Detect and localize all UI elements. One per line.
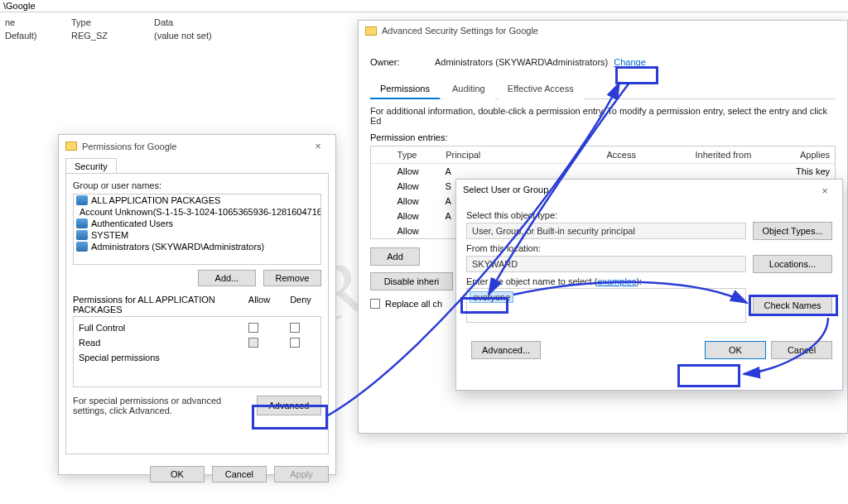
deny-header: Deny — [280, 295, 321, 314]
entries-label: Permission entries: — [370, 132, 836, 142]
info-text: For additional information, double-click… — [370, 106, 836, 126]
col-type: Type — [393, 146, 441, 163]
table-row[interactable]: AllowAThis key — [371, 164, 835, 179]
disable-inheritance-button[interactable]: Disable inheri — [370, 272, 453, 290]
add-entry-button[interactable]: Add — [370, 247, 420, 266]
deny-checkbox[interactable] — [290, 323, 300, 333]
group-user-label: Group or user names: — [73, 180, 321, 190]
add-button[interactable]: Add... — [198, 270, 256, 286]
registry-header: ne Type Data — [0, 16, 356, 29]
list-item-label: SYSTEM — [91, 230, 128, 240]
permissions-for-label: Permissions for ALL APPLICATION PACKAGES — [73, 295, 238, 314]
close-icon[interactable]: × — [814, 185, 836, 197]
sel-ok-button[interactable]: OK — [705, 341, 766, 359]
deny-checkbox — [290, 353, 300, 362]
group-icon — [76, 230, 88, 240]
allow-checkbox[interactable] — [248, 323, 258, 333]
permissions-dialog: Permissions for Google × Security Group … — [58, 134, 336, 475]
perm-name: Full Control — [79, 323, 233, 333]
sel-cancel-button[interactable]: Cancel — [771, 341, 832, 359]
registry-value-name: Default) — [0, 29, 66, 42]
permissions-grid: Full Control Read Special permissions — [73, 316, 321, 387]
replace-label: Replace all ch — [385, 299, 442, 309]
folder-icon — [365, 26, 377, 36]
entered-object-name: everyone — [470, 291, 513, 303]
list-item[interactable]: Authenticated Users — [74, 218, 320, 229]
allow-checkbox — [248, 353, 258, 362]
permissions-dialog-title: Permissions for Google — [82, 142, 307, 151]
registry-path: \Google — [0, 0, 848, 12]
allow-checkbox[interactable] — [248, 338, 258, 348]
tab-effective-access[interactable]: Effective Access — [498, 79, 584, 99]
sel-advanced-button[interactable]: Advanced... — [471, 341, 541, 359]
owner-label: Owner: — [370, 57, 435, 67]
change-owner-link[interactable]: Change — [611, 57, 648, 67]
col-applies: Applies — [795, 146, 835, 163]
replace-checkbox[interactable] — [370, 299, 380, 309]
cancel-button[interactable]: Cancel — [212, 466, 267, 482]
remove-button[interactable]: Remove — [263, 270, 321, 286]
enter-object-label: Enter the object name to select (example… — [466, 276, 832, 286]
select-user-dialog: Select User or Group × Select this objec… — [455, 179, 843, 391]
perm-name: Special permissions — [79, 353, 233, 362]
tab-security[interactable]: Security — [65, 158, 117, 174]
owner-value: Administrators (SKYWARD\Administrators) — [435, 57, 608, 67]
list-item-label: Authenticated Users — [91, 218, 173, 228]
special-permissions-note: For special permissions or advanced sett… — [73, 396, 257, 415]
location-label: From this location: — [466, 243, 832, 253]
col-inherited: Inherited from — [691, 146, 795, 163]
registry-panel: \Google ne Type Data Default) REG_SZ (va… — [0, 0, 356, 42]
folder-icon — [65, 142, 77, 151]
close-icon[interactable]: × — [307, 140, 329, 152]
ok-button[interactable]: OK — [150, 466, 205, 482]
advanced-title: Advanced Security Settings for Google — [382, 26, 841, 36]
deny-checkbox[interactable] — [290, 338, 300, 348]
object-type-field: User, Group, or Built-in security princi… — [466, 223, 746, 239]
apply-button[interactable]: Apply — [274, 466, 329, 482]
perm-name: Read — [79, 338, 233, 348]
check-names-button[interactable]: Check Names — [753, 296, 832, 314]
registry-header-data: Data — [149, 16, 265, 29]
list-item[interactable]: SYSTEM — [74, 229, 320, 241]
registry-row[interactable]: Default) REG_SZ (value not set) — [0, 29, 356, 42]
list-item-label: Account Unknown(S-1-15-3-1024-1065365936… — [80, 207, 321, 217]
list-item-label: Administrators (SKYWARD\Administrators) — [91, 242, 264, 252]
user-listbox[interactable]: ALL APPLICATION PACKAGES Account Unknown… — [73, 194, 321, 265]
registry-value-type: REG_SZ — [66, 29, 149, 42]
tab-permissions[interactable]: Permissions — [370, 79, 440, 99]
list-item-label: ALL APPLICATION PACKAGES — [91, 195, 220, 205]
list-item[interactable]: Account Unknown(S-1-15-3-1024-1065365936… — [74, 206, 320, 218]
registry-value-data: (value not set) — [149, 29, 265, 42]
group-icon — [76, 195, 88, 205]
col-access: Access — [601, 146, 690, 163]
examples-link[interactable]: examples — [597, 276, 636, 286]
col-principal: Principal — [441, 146, 601, 163]
tab-auditing[interactable]: Auditing — [442, 79, 495, 99]
object-type-label: Select this object type: — [466, 210, 832, 220]
list-item[interactable]: Administrators (SKYWARD\Administrators) — [74, 241, 320, 252]
list-item[interactable]: ALL APPLICATION PACKAGES — [74, 194, 320, 206]
select-user-title: Select User or Group — [463, 185, 814, 197]
object-name-input[interactable]: everyone — [466, 288, 746, 323]
registry-header-type: Type — [66, 16, 149, 29]
location-field: SKYWARD — [466, 256, 746, 272]
registry-header-name: ne — [0, 16, 66, 29]
object-types-button[interactable]: Object Types... — [753, 222, 832, 240]
allow-header: Allow — [238, 295, 280, 314]
advanced-button[interactable]: Advanced — [257, 396, 321, 415]
group-icon — [76, 218, 88, 228]
locations-button[interactable]: Locations... — [753, 255, 832, 273]
group-icon — [76, 242, 88, 252]
